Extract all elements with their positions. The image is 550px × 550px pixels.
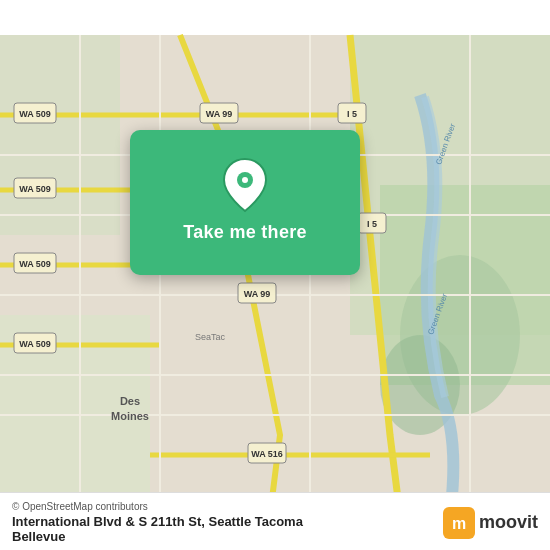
svg-text:I 5: I 5: [367, 219, 377, 229]
svg-text:WA 99: WA 99: [244, 289, 271, 299]
svg-text:WA 509: WA 509: [19, 184, 51, 194]
svg-text:WA 516: WA 516: [251, 449, 283, 459]
svg-text:Moines: Moines: [111, 410, 149, 422]
svg-text:WA 509: WA 509: [19, 259, 51, 269]
action-card: Take me there: [130, 130, 360, 275]
bottom-bar: © OpenStreetMap contributors Internation…: [0, 492, 550, 550]
svg-rect-1: [0, 35, 120, 235]
map-container: WA 509 WA 509 WA 509 WA 509 WA 99 WA 99 …: [0, 0, 550, 550]
location-name: International Blvd & S 211th St, Seattle…: [12, 514, 303, 544]
osm-attribution: © OpenStreetMap contributors: [12, 501, 303, 512]
moovit-icon: m: [443, 507, 475, 539]
svg-text:I 5: I 5: [347, 109, 357, 119]
svg-text:m: m: [452, 515, 466, 532]
take-me-there-button[interactable]: Take me there: [175, 220, 315, 245]
svg-text:SeaTac: SeaTac: [195, 332, 226, 342]
svg-text:WA 509: WA 509: [19, 109, 51, 119]
svg-point-45: [242, 177, 248, 183]
location-pin-icon: [220, 160, 270, 210]
svg-text:WA 99: WA 99: [206, 109, 233, 119]
bottom-info: © OpenStreetMap contributors Internation…: [12, 501, 303, 544]
svg-text:WA 509: WA 509: [19, 339, 51, 349]
svg-text:Des: Des: [120, 395, 140, 407]
moovit-text: moovit: [479, 512, 538, 533]
map-background: WA 509 WA 509 WA 509 WA 509 WA 99 WA 99 …: [0, 0, 550, 550]
moovit-logo: m moovit: [443, 507, 538, 539]
